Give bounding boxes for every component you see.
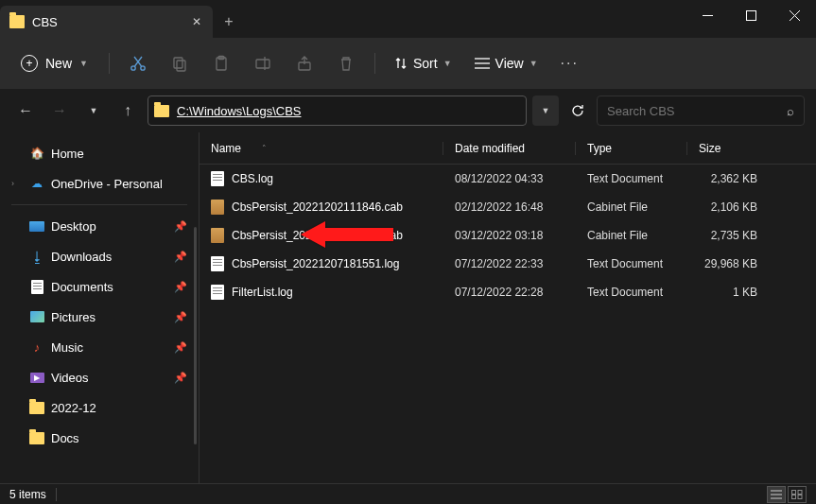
folder-icon — [9, 15, 25, 28]
details-view-button[interactable] — [767, 486, 786, 503]
sidebar-item-2022-12[interactable]: 2022-12 — [0, 392, 199, 423]
folder-icon — [154, 105, 169, 117]
item-icon: ⭳ — [28, 249, 45, 265]
file-size: 2,362 KB — [687, 172, 773, 185]
sidebar-item-downloads[interactable]: ⭳ Downloads 📌 — [0, 241, 199, 271]
maximize-button[interactable] — [729, 0, 773, 30]
cabinet-icon — [211, 200, 224, 215]
column-type[interactable]: Type — [576, 142, 687, 155]
pin-icon: 📌 — [174, 372, 187, 384]
item-icon — [28, 402, 45, 414]
pin-icon: 📌 — [174, 220, 187, 233]
file-row[interactable]: CBS.log 08/12/2022 04:33 Text Document 2… — [200, 165, 816, 193]
item-icon — [28, 280, 45, 294]
scrollbar[interactable] — [194, 227, 197, 444]
expand-icon[interactable]: › — [11, 179, 23, 188]
new-button[interactable]: + New ▼ — [9, 49, 99, 78]
document-icon — [211, 171, 224, 186]
svg-point-5 — [141, 66, 145, 70]
address-path: C:\Windows\Logs\CBS — [177, 104, 302, 118]
sidebar-item-documents[interactable]: Documents 📌 — [0, 271, 199, 302]
close-tab-icon[interactable]: ✕ — [190, 15, 203, 28]
pin-icon: 📌 — [174, 311, 187, 323]
view-button[interactable]: View ▼ — [465, 50, 547, 77]
column-name[interactable]: Name˄ — [200, 142, 443, 155]
sidebar-item-videos[interactable]: ▶ Videos 📌 — [0, 362, 199, 392]
sidebar-item-pictures[interactable]: Pictures 📌 — [0, 302, 199, 332]
close-button[interactable] — [773, 0, 816, 30]
svg-rect-24 — [792, 495, 796, 498]
toolbar: + New ▼ Sort ▼ View ▼ ··· — [0, 38, 816, 89]
rename-button[interactable] — [244, 44, 282, 82]
svg-rect-1 — [746, 10, 755, 20]
chevron-down-icon: ▼ — [79, 59, 88, 68]
search-icon[interactable]: ⌕ — [787, 104, 794, 118]
sidebar-item-desktop[interactable]: Desktop 📌 — [0, 211, 199, 241]
address-dropdown[interactable]: ▼ — [532, 96, 559, 126]
sidebar-item-docs[interactable]: Docs — [0, 423, 199, 453]
home-icon: 🏠 — [28, 147, 45, 160]
search-box[interactable]: ⌕ — [597, 96, 805, 126]
forward-button[interactable]: → — [45, 96, 74, 125]
file-date: 07/12/2022 22:33 — [443, 257, 576, 270]
file-row[interactable]: FilterList.log 07/12/2022 22:28 Text Doc… — [200, 278, 816, 306]
item-icon — [28, 432, 45, 444]
tab-cbs[interactable]: CBS ✕ — [0, 6, 213, 38]
file-name: FilterList.log — [232, 286, 293, 299]
navbar: ← → ▼ ↑ C:\Windows\Logs\CBS ▼ ⌕ — [0, 89, 816, 132]
item-count: 5 items — [9, 488, 46, 501]
recent-button[interactable]: ▼ — [79, 96, 108, 125]
file-name: CbsPersist_20221202111846.cab — [232, 200, 403, 214]
column-headers: Name˄ Date modified Type Size — [200, 132, 816, 165]
delete-button[interactable] — [327, 44, 365, 82]
titlebar: CBS ✕ + — [0, 0, 816, 38]
sort-icon — [394, 57, 408, 70]
plus-icon: + — [21, 55, 38, 72]
document-icon — [211, 285, 224, 300]
svg-rect-22 — [792, 490, 796, 494]
pin-icon: 📌 — [174, 281, 187, 293]
thumbnails-view-button[interactable] — [788, 486, 807, 503]
file-row[interactable]: CbsPersist_20221207181551.log 07/12/2022… — [200, 250, 816, 278]
refresh-button[interactable] — [564, 96, 591, 126]
sort-button[interactable]: Sort ▼ — [385, 50, 461, 77]
cabinet-icon — [211, 228, 224, 243]
share-button[interactable] — [286, 44, 323, 82]
file-size: 1 KB — [687, 286, 773, 299]
svg-rect-12 — [256, 60, 269, 68]
cut-button[interactable] — [119, 44, 157, 82]
file-row[interactable]: CbsPersist_20221202220024.cab 03/12/2022… — [200, 221, 816, 250]
item-icon — [28, 221, 45, 232]
document-icon — [211, 256, 224, 271]
sidebar: 🏠 Home › ☁ OneDrive - Personal Desktop 📌… — [0, 132, 199, 483]
file-name: CbsPersist_20221202220024.cab — [232, 229, 403, 242]
copy-button[interactable] — [161, 44, 199, 82]
paste-button[interactable] — [202, 44, 240, 82]
search-input[interactable] — [607, 104, 787, 118]
sidebar-item-home[interactable]: 🏠 Home — [0, 138, 199, 168]
sidebar-item-music[interactable]: ♪ Music 📌 — [0, 332, 199, 362]
back-button[interactable]: ← — [11, 96, 40, 125]
file-date: 03/12/2022 03:18 — [443, 229, 576, 242]
svg-rect-9 — [177, 61, 185, 71]
address-bar[interactable]: C:\Windows\Logs\CBS — [148, 96, 527, 126]
item-icon: ▶ — [28, 373, 45, 383]
item-icon — [28, 311, 45, 322]
file-date: 02/12/2022 16:48 — [443, 200, 576, 214]
file-type: Text Document — [576, 172, 687, 185]
file-size: 2,735 KB — [687, 229, 773, 242]
sidebar-item-onedrive[interactable]: › ☁ OneDrive - Personal — [0, 168, 199, 199]
svg-rect-25 — [798, 495, 802, 498]
file-date: 08/12/2022 04:33 — [443, 172, 576, 185]
column-date[interactable]: Date modified — [443, 142, 576, 155]
sort-indicator-icon: ˄ — [262, 144, 267, 153]
more-button[interactable]: ··· — [551, 55, 588, 72]
new-tab-button[interactable]: + — [213, 6, 245, 38]
chevron-down-icon: ▼ — [443, 59, 452, 68]
up-button[interactable]: ↑ — [113, 96, 142, 125]
column-size[interactable]: Size — [687, 142, 773, 155]
item-icon: ♪ — [28, 340, 45, 355]
file-row[interactable]: CbsPersist_20221202111846.cab 02/12/2022… — [200, 193, 816, 221]
minimize-button[interactable] — [686, 0, 729, 30]
file-size: 2,106 KB — [687, 200, 773, 214]
